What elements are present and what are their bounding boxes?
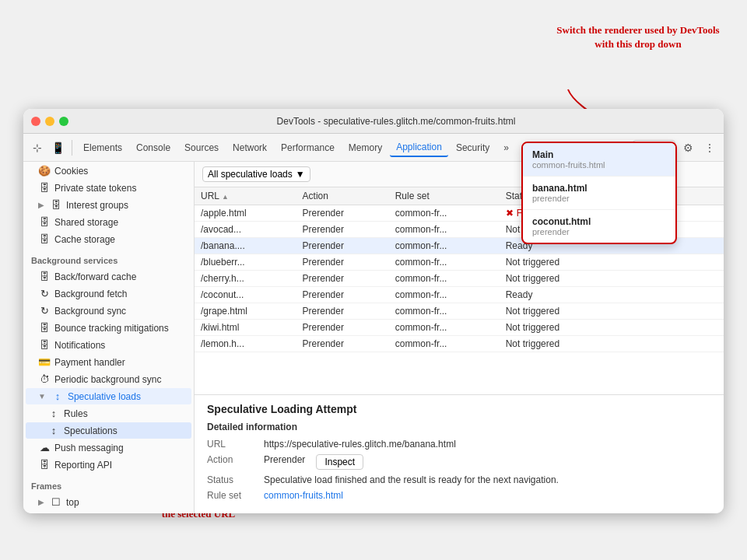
db2-icon: 🗄 bbox=[50, 199, 62, 211]
db-icon: 🗄 bbox=[38, 182, 51, 194]
frame-icon: ☐ bbox=[50, 496, 62, 508]
cell-action: Prerender bbox=[296, 271, 389, 287]
filter-dropdown-arrow: ▼ bbox=[296, 169, 305, 180]
tab-network[interactable]: Network bbox=[226, 139, 273, 156]
inspect-button[interactable]: Inspect bbox=[316, 454, 363, 470]
payment-icon: 💳 bbox=[38, 356, 51, 368]
expand-icon: ▶ bbox=[38, 201, 44, 209]
table-row[interactable]: /cherry.h...Prerendercommon-fr...Not tri… bbox=[195, 271, 724, 287]
cell-action: Prerender bbox=[296, 320, 389, 336]
col-url: URL ▲ bbox=[195, 187, 296, 205]
cell-action: Prerender bbox=[296, 303, 389, 320]
reporting-icon: 🗄 bbox=[38, 459, 51, 471]
sidebar-item-shared-storage[interactable]: 🗄 Shared storage bbox=[26, 214, 191, 230]
cell-ruleset: common-fr... bbox=[389, 271, 500, 287]
renderer-item-sub: prerender bbox=[532, 227, 666, 236]
sidebar-item-periodic-sync[interactable]: ⏱ Periodic background sync bbox=[26, 371, 191, 387]
maximize-button[interactable] bbox=[59, 117, 68, 126]
cursor-icon[interactable]: ⊹ bbox=[28, 138, 47, 157]
renderer-popup-item[interactable]: coconut.html prerender bbox=[523, 210, 675, 243]
tab-performance[interactable]: Performance bbox=[275, 139, 341, 156]
cell-url: /cherry.h... bbox=[195, 271, 296, 287]
cell-url: /kiwi.html bbox=[195, 320, 296, 336]
sidebar-item-bounce-tracking[interactable]: 🗄 Bounce tracking mitigations bbox=[26, 320, 191, 336]
ruleset-link[interactable]: common-fruits.html bbox=[264, 490, 343, 501]
action-value: Prerender bbox=[264, 454, 305, 465]
detail-title: Speculative Loading Attempt bbox=[207, 403, 711, 415]
sidebar-item-push-messaging[interactable]: ☁ Push messaging bbox=[26, 439, 191, 456]
cell-url: /apple.html bbox=[195, 205, 296, 222]
sidebar-label-reporting: Reporting API bbox=[54, 460, 112, 471]
annotation-top-right: Switch the renderer used by DevTools wit… bbox=[552, 23, 724, 51]
sidebar-item-notifications[interactable]: 🗄 Notifications bbox=[26, 337, 191, 353]
tab-more[interactable]: » bbox=[497, 139, 515, 156]
table-row[interactable]: /kiwi.htmlPrerendercommon-fr...Not trigg… bbox=[195, 320, 724, 336]
bg-services-header: Background services bbox=[23, 248, 194, 268]
tab-elements[interactable]: Elements bbox=[77, 139, 128, 156]
sidebar-label-payment: Payment handler bbox=[54, 357, 125, 368]
renderer-popup-item[interactable]: Main common-fruits.html bbox=[523, 143, 675, 177]
table-row[interactable]: /coconut...Prerendercommon-fr...Ready bbox=[195, 287, 724, 303]
sidebar-item-interest-groups[interactable]: ▶ 🗄 Interest groups bbox=[26, 197, 191, 213]
filter-dropdown[interactable]: All speculative loads ▼ bbox=[202, 166, 310, 182]
renderer-item-title: coconut.html bbox=[532, 216, 666, 227]
detail-row-url: URL https://speculative-rules.glitch.me/… bbox=[207, 439, 711, 450]
settings-icon[interactable]: ⚙ bbox=[679, 138, 697, 157]
minimize-button[interactable] bbox=[45, 117, 54, 126]
filter-label: All speculative loads bbox=[208, 169, 293, 180]
sidebar-label-speculative-loads: Speculative loads bbox=[68, 391, 141, 402]
sidebar-item-private-state-tokens[interactable]: 🗄 Private state tokens bbox=[26, 180, 191, 196]
speculations-icon: ↕ bbox=[47, 425, 60, 436]
cell-action: Prerender bbox=[296, 222, 389, 238]
devtools-window: DevTools - speculative-rules.glitch.me/c… bbox=[23, 109, 724, 513]
sidebar-label-rules: Rules bbox=[64, 408, 88, 419]
sidebar-item-speculations[interactable]: ↕ Speculations bbox=[26, 422, 191, 439]
sidebar-label-cache-storage: Cache storage bbox=[54, 234, 115, 245]
status-label: Status bbox=[207, 474, 258, 485]
notif-icon: 🗄 bbox=[38, 339, 51, 351]
sidebar-label-shared-storage: Shared storage bbox=[54, 217, 118, 228]
tab-memory[interactable]: Memory bbox=[342, 139, 388, 156]
status-value: Speculative load finished and the result… bbox=[264, 474, 559, 485]
cell-status: Not triggered bbox=[500, 254, 724, 271]
sidebar-item-bg-sync[interactable]: ↻ Background sync bbox=[26, 303, 191, 319]
sidebar-item-bg-fetch[interactable]: ↻ Background fetch bbox=[26, 285, 191, 302]
detail-panel: Speculative Loading Attempt Detailed inf… bbox=[195, 394, 724, 513]
sidebar-item-cache-storage[interactable]: 🗄 Cache storage bbox=[26, 231, 191, 247]
tab-security[interactable]: Security bbox=[450, 139, 496, 156]
more-icon[interactable]: ⋮ bbox=[700, 138, 719, 157]
table-row[interactable]: /lemon.h...Prerendercommon-fr...Not trig… bbox=[195, 336, 724, 352]
cell-ruleset: common-fr... bbox=[389, 222, 500, 238]
bg-sync-icon: ↻ bbox=[38, 305, 51, 317]
renderer-item-title: banana.html bbox=[532, 183, 666, 194]
close-button[interactable] bbox=[31, 117, 40, 126]
table-row[interactable]: /grape.htmlPrerendercommon-fr...Not trig… bbox=[195, 303, 724, 320]
cell-status: Ready bbox=[500, 287, 724, 303]
renderer-item-sub: prerender bbox=[532, 194, 666, 203]
tab-console[interactable]: Console bbox=[130, 139, 177, 156]
tab-application[interactable]: Application bbox=[390, 138, 448, 157]
sidebar-item-rules[interactable]: ↕ Rules bbox=[26, 405, 191, 422]
renderer-popup-item[interactable]: banana.html prerender bbox=[523, 177, 675, 210]
sidebar-item-cookies[interactable]: 🍪 Cookies bbox=[26, 163, 191, 179]
sidebar-item-frames-top[interactable]: ▶ ☐ top bbox=[26, 494, 191, 510]
tab-sources[interactable]: Sources bbox=[178, 139, 225, 156]
sidebar-label-frames-top: top bbox=[66, 497, 79, 508]
url-value: https://speculative-rules.glitch.me/bana… bbox=[264, 439, 456, 450]
device-icon[interactable]: 📱 bbox=[48, 138, 67, 157]
backforward-icon: 🗄 bbox=[38, 271, 51, 282]
cell-ruleset: common-fr... bbox=[389, 336, 500, 352]
detail-subtitle: Detailed information bbox=[207, 422, 711, 432]
cell-status: Not triggered bbox=[500, 271, 724, 287]
detail-row-action: Action Prerender Inspect bbox=[207, 454, 711, 470]
sidebar-item-reporting-api[interactable]: 🗄 Reporting API bbox=[26, 457, 191, 473]
sidebar-label-cookies: Cookies bbox=[54, 166, 88, 177]
table-row[interactable]: /blueberr...Prerendercommon-fr...Not tri… bbox=[195, 254, 724, 271]
window-title: DevTools - speculative-rules.glitch.me/c… bbox=[76, 116, 716, 127]
sidebar-item-speculative-loads[interactable]: ▼ ↕ Speculative loads bbox=[26, 388, 191, 404]
cell-ruleset: common-fr... bbox=[389, 238, 500, 254]
sidebar-label-bg-fetch: Background fetch bbox=[54, 289, 127, 299]
push-icon: ☁ bbox=[38, 442, 51, 453]
sidebar-item-payment-handler[interactable]: 💳 Payment handler bbox=[26, 354, 191, 370]
sidebar-item-backforward-cache[interactable]: 🗄 Back/forward cache bbox=[26, 268, 191, 285]
